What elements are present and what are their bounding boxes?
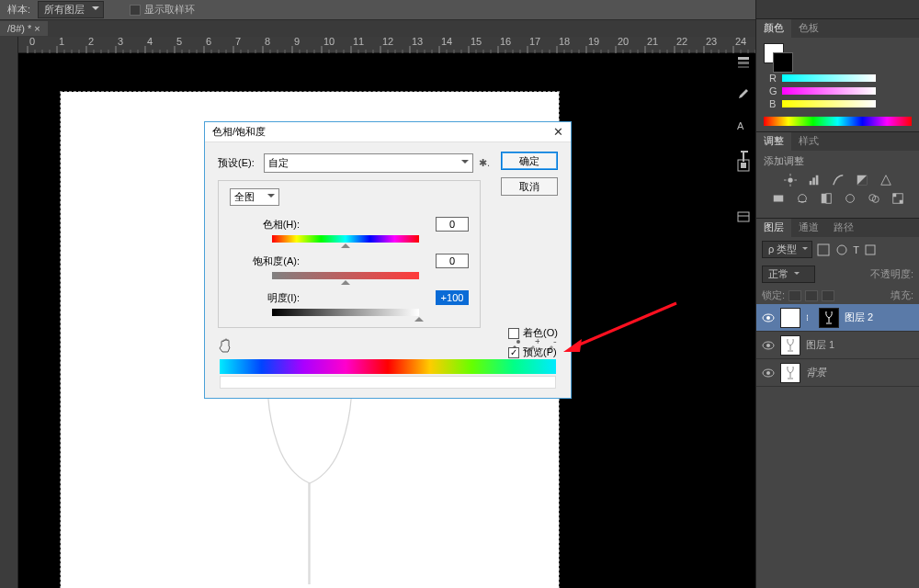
lock-all-icon[interactable] [822, 290, 834, 301]
layer-row[interactable]: 背景 [756, 359, 919, 387]
right-panel-dock: 颜色 色板 R G B 调整 样式 添加调整 [755, 0, 919, 588]
svg-text:18: 18 [559, 37, 570, 47]
preset-dropdown[interactable]: 自定 [264, 153, 473, 173]
r-slider[interactable] [782, 74, 876, 82]
brightness-icon[interactable] [783, 174, 798, 187]
svg-line-138 [575, 303, 676, 346]
vibrance-icon[interactable] [879, 174, 893, 187]
layer-row[interactable]: ⁞ 图层 2 [756, 304, 919, 332]
preset-label: 预设(E): [218, 156, 264, 170]
visibility-icon[interactable] [762, 367, 775, 379]
tab-paths[interactable]: 路径 [826, 219, 861, 237]
tab-color[interactable]: 颜色 [756, 19, 791, 38]
filter-adj-icon[interactable] [834, 243, 849, 256]
preview-checkbox[interactable]: ✓ [508, 347, 519, 358]
properties-icon[interactable] [736, 158, 751, 173]
ruler-vertical [0, 37, 18, 588]
channel-dropdown[interactable]: 全图 [230, 188, 279, 206]
color-balance-icon[interactable] [795, 192, 810, 205]
bw-icon[interactable] [819, 192, 834, 205]
svg-rect-160 [818, 244, 829, 255]
preview-label: 预览(P) [523, 345, 557, 359]
scrubby-hand-icon[interactable] [218, 337, 234, 354]
layer-mask-thumb [819, 308, 839, 328]
lightness-slider[interactable] [272, 309, 419, 316]
layer-name: 图层 1 [806, 338, 834, 352]
tab-swatches[interactable]: 色板 [791, 19, 826, 38]
close-icon[interactable]: ✕ [553, 125, 563, 139]
svg-text:8: 8 [265, 37, 270, 47]
svg-text:21: 21 [647, 37, 658, 47]
svg-text:23: 23 [706, 37, 717, 47]
svg-text:11: 11 [353, 37, 364, 47]
color-ramp[interactable] [764, 117, 912, 126]
hue-sat-icon[interactable] [771, 192, 786, 205]
layer-name: 背景 [806, 366, 826, 379]
sample-layers-dropdown[interactable]: 所有图层 [38, 1, 104, 18]
lock-pixels-icon[interactable] [789, 290, 801, 301]
gear-icon[interactable]: ✱. [479, 157, 490, 169]
b-slider[interactable] [782, 100, 876, 107]
opacity-label: 不透明度: [870, 267, 913, 281]
fill-label: 填充: [891, 288, 913, 302]
info-icon[interactable] [736, 209, 751, 224]
collapsed-dock-mid-a [732, 158, 755, 173]
lightness-input[interactable]: +100 [436, 290, 469, 305]
levels-icon[interactable] [807, 174, 822, 187]
colorize-checkbox[interactable] [508, 328, 519, 339]
ok-button[interactable]: 确定 [501, 152, 558, 170]
photo-filter-icon[interactable] [843, 192, 857, 205]
dialog-titlebar[interactable]: 色相/饱和度 ✕ [205, 122, 571, 142]
blend-mode-dropdown[interactable]: 正常 [762, 266, 815, 283]
svg-rect-152 [821, 194, 825, 204]
saturation-input[interactable] [436, 254, 469, 268]
adjustments-panel: 调整 样式 添加调整 [756, 131, 919, 218]
hue-slider[interactable] [272, 235, 419, 243]
hue-input[interactable] [436, 217, 469, 232]
panel-header [756, 0, 919, 18]
svg-point-154 [845, 195, 854, 203]
svg-point-168 [766, 371, 770, 375]
filter-shape-icon[interactable] [863, 243, 878, 256]
lightness-label: 明度(I): [230, 291, 309, 305]
svg-text:1: 1 [59, 37, 64, 47]
layer-thumb [780, 308, 800, 328]
curves-icon[interactable] [831, 174, 845, 187]
brush-icon[interactable] [736, 86, 751, 101]
exposure-icon[interactable] [855, 174, 869, 187]
visibility-icon[interactable] [762, 339, 775, 352]
tab-styles[interactable]: 样式 [791, 132, 826, 151]
cancel-button[interactable]: 取消 [501, 177, 558, 196]
svg-text:20: 20 [618, 37, 629, 47]
spectrum-in [220, 359, 556, 374]
tab-adjustments[interactable]: 调整 [756, 132, 791, 151]
svg-rect-133 [738, 212, 749, 221]
show-sample-ring-checkbox[interactable] [130, 5, 141, 16]
sample-label: 样本: [7, 3, 30, 17]
visibility-icon[interactable] [762, 311, 775, 324]
layer-filter-dropdown[interactable]: ρ 类型 [762, 241, 812, 258]
tab-layers[interactable]: 图层 [756, 219, 791, 237]
saturation-slider[interactable] [272, 272, 419, 279]
svg-rect-145 [809, 181, 811, 185]
svg-text:4: 4 [147, 37, 153, 47]
svg-text:7: 7 [235, 37, 241, 47]
layer-row[interactable]: 图层 1 [756, 332, 919, 359]
layer-thumb [780, 335, 800, 356]
svg-text:3: 3 [118, 37, 123, 47]
collapsed-dock-mid-b [732, 209, 755, 224]
type-icon[interactable]: A [736, 118, 751, 132]
svg-rect-146 [812, 177, 815, 185]
history-icon[interactable] [736, 55, 751, 70]
channel-mixer-icon[interactable] [867, 192, 881, 205]
filter-image-icon[interactable] [816, 243, 831, 256]
lookup-icon[interactable] [891, 192, 905, 205]
mask-link-icon[interactable]: ⁞ [806, 313, 813, 322]
svg-rect-159 [899, 200, 902, 204]
g-slider[interactable] [782, 87, 876, 95]
lock-position-icon[interactable] [805, 290, 818, 301]
annotation-arrow [562, 299, 681, 354]
tab-channels[interactable]: 通道 [791, 219, 826, 237]
fg-bg-swatch[interactable] [764, 43, 793, 73]
document-tab[interactable]: /8#) * × [0, 21, 48, 36]
